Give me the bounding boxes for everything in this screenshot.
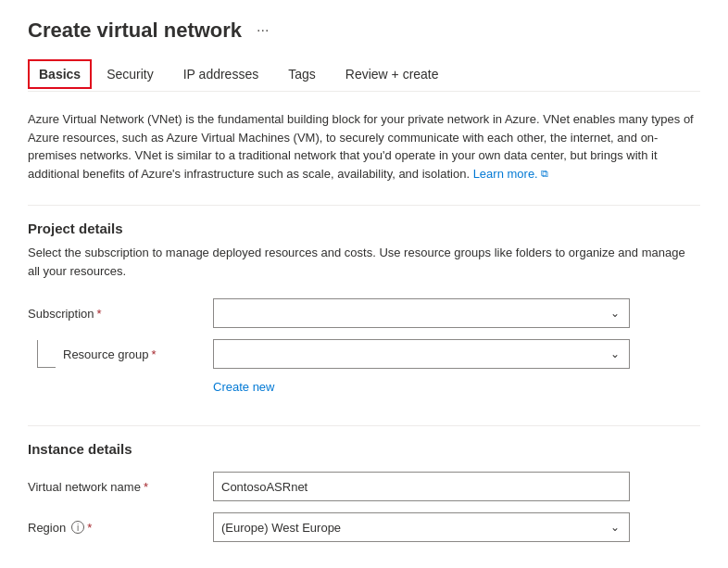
vnet-name-input[interactable] — [213, 472, 630, 501]
subscription-required: * — [97, 307, 102, 321]
region-group: Region i * (Europe) West Europe ⌄ — [28, 512, 700, 542]
vnet-description: Azure Virtual Network (VNet) is the fund… — [28, 110, 695, 183]
section-divider-1 — [28, 205, 700, 206]
page-title: Create virtual network — [28, 19, 242, 43]
resource-group-required: * — [152, 347, 157, 361]
subscription-label: Subscription * — [28, 307, 213, 321]
learn-more-link[interactable]: Learn more. ⧉ — [473, 165, 548, 183]
external-link-icon: ⧉ — [541, 166, 548, 182]
ellipsis-button[interactable]: ··· — [251, 20, 274, 41]
project-details-title: Project details — [28, 221, 700, 236]
region-dropdown[interactable]: (Europe) West Europe ⌄ — [213, 512, 630, 542]
tab-basics[interactable]: Basics — [28, 59, 92, 89]
rg-indent: Resource group * — [28, 340, 213, 368]
instance-details-title: Instance details — [28, 441, 700, 457]
rg-connector-line — [37, 340, 56, 368]
region-label: Region i * — [28, 521, 213, 535]
tabs-navigation: Basics Security IP addresses Tags Review… — [28, 57, 700, 92]
tab-security[interactable]: Security — [92, 57, 169, 91]
create-new-link[interactable]: Create new — [213, 380, 274, 394]
chevron-down-icon: ⌄ — [610, 307, 620, 320]
chevron-down-icon-rg: ⌄ — [610, 347, 620, 360]
vnet-name-required: * — [144, 480, 148, 494]
tab-review-create[interactable]: Review + create — [331, 57, 454, 91]
subscription-dropdown[interactable]: ⌄ — [213, 298, 630, 328]
vnet-name-label: Virtual network name * — [28, 480, 213, 494]
region-required: * — [87, 521, 92, 535]
subscription-group: Subscription * ⌄ — [28, 298, 700, 328]
resource-group-label: Resource group * — [63, 347, 157, 361]
vnet-name-group: Virtual network name * — [28, 472, 700, 501]
project-details-section: Project details Select the subscription … — [28, 221, 700, 410]
project-details-desc: Select the subscription to manage deploy… — [28, 244, 695, 280]
tab-tags[interactable]: Tags — [273, 57, 331, 91]
section-divider-2 — [28, 425, 700, 426]
info-icon[interactable]: i — [71, 521, 84, 534]
instance-details-section: Instance details Virtual network name * … — [28, 441, 700, 542]
resource-group-group: Resource group * ⌄ — [28, 339, 700, 369]
resource-group-dropdown[interactable]: ⌄ — [213, 339, 630, 369]
tab-ip-addresses[interactable]: IP addresses — [169, 57, 273, 91]
page-header: Create virtual network ··· — [28, 19, 700, 43]
chevron-down-icon-region: ⌄ — [610, 521, 620, 534]
